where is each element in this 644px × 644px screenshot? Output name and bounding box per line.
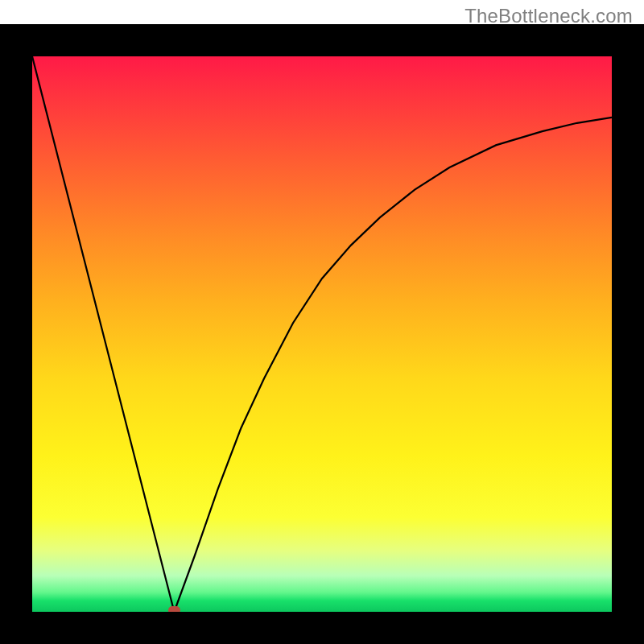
curve-svg (32, 56, 612, 612)
frame-border-bottom (0, 612, 644, 644)
chart-frame: TheBottleneck.com (0, 0, 644, 644)
plot-area (32, 56, 612, 612)
minimum-marker (168, 606, 180, 612)
bottleneck-curve (32, 56, 612, 612)
frame-border-right (612, 24, 644, 644)
watermark-text: TheBottleneck.com (464, 5, 633, 27)
frame-border-left (0, 24, 32, 644)
frame-border-top (0, 24, 644, 56)
